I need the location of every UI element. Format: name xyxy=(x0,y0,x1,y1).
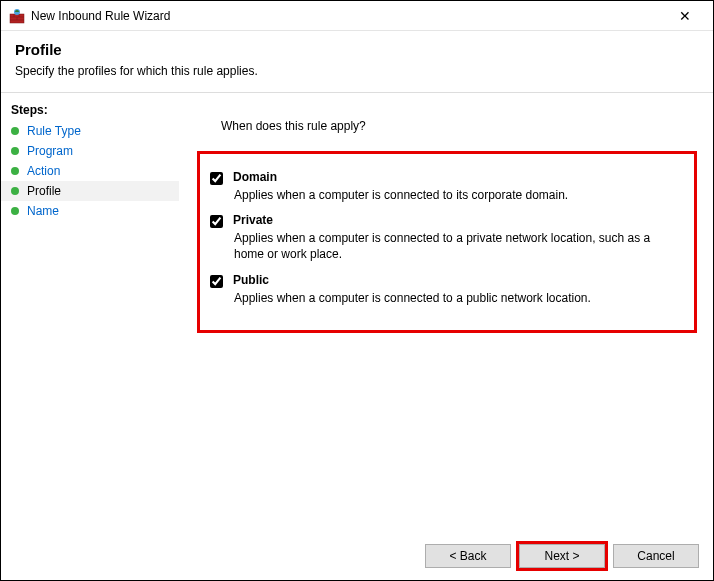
public-checkbox[interactable] xyxy=(210,275,223,288)
step-label: Name xyxy=(27,204,59,218)
step-label: Action xyxy=(27,164,60,178)
public-description: Applies when a computer is connected to … xyxy=(234,290,678,306)
wizard-window: New Inbound Rule Wizard ✕ Profile Specif… xyxy=(0,0,714,581)
domain-checkbox[interactable] xyxy=(210,172,223,185)
back-button[interactable]: < Back xyxy=(425,544,511,568)
cancel-button[interactable]: Cancel xyxy=(613,544,699,568)
step-label: Profile xyxy=(27,184,61,198)
private-description: Applies when a computer is connected to … xyxy=(234,230,678,262)
next-button[interactable]: Next > xyxy=(519,544,605,568)
page-subtitle: Specify the profiles for which this rule… xyxy=(15,64,699,78)
public-row: Public xyxy=(206,273,678,288)
step-label: Rule Type xyxy=(27,124,81,138)
step-bullet-icon xyxy=(11,167,19,175)
content-panel: When does this rule apply? Domain Applie… xyxy=(179,93,713,532)
wizard-body: Steps: Rule Type Program Action Profile … xyxy=(1,93,713,532)
window-title: New Inbound Rule Wizard xyxy=(31,9,665,23)
public-label: Public xyxy=(233,273,269,287)
private-label: Private xyxy=(233,213,273,227)
step-profile[interactable]: Profile xyxy=(1,181,179,201)
domain-label: Domain xyxy=(233,170,277,184)
wizard-footer: < Back Next > Cancel xyxy=(1,532,713,580)
titlebar: New Inbound Rule Wizard ✕ xyxy=(1,1,713,31)
step-name[interactable]: Name xyxy=(1,201,179,221)
close-button[interactable]: ✕ xyxy=(665,8,705,24)
step-bullet-icon xyxy=(11,147,19,155)
domain-description: Applies when a computer is connected to … xyxy=(234,187,678,203)
step-rule-type[interactable]: Rule Type xyxy=(1,121,179,141)
steps-sidebar: Steps: Rule Type Program Action Profile … xyxy=(1,93,179,532)
step-bullet-icon xyxy=(11,127,19,135)
firewall-icon xyxy=(9,8,25,24)
page-title: Profile xyxy=(15,41,699,58)
private-checkbox[interactable] xyxy=(210,215,223,228)
step-label: Program xyxy=(27,144,73,158)
steps-heading: Steps: xyxy=(1,101,179,121)
wizard-header: Profile Specify the profiles for which t… xyxy=(1,31,713,93)
step-bullet-icon xyxy=(11,187,19,195)
domain-row: Domain xyxy=(206,170,678,185)
private-row: Private xyxy=(206,213,678,228)
profiles-highlight: Domain Applies when a computer is connec… xyxy=(197,151,697,333)
step-program[interactable]: Program xyxy=(1,141,179,161)
prompt-text: When does this rule apply? xyxy=(221,119,691,133)
step-bullet-icon xyxy=(11,207,19,215)
step-action[interactable]: Action xyxy=(1,161,179,181)
